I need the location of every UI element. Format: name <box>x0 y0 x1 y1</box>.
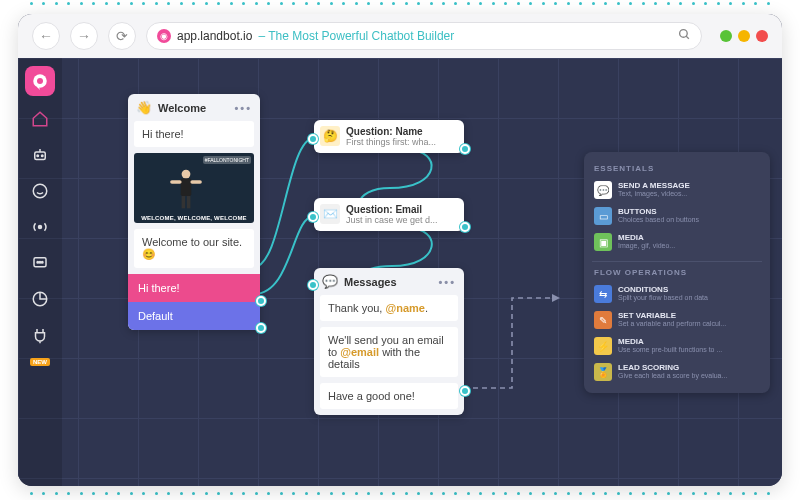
sidebar-whatsapp-icon[interactable] <box>27 178 53 204</box>
svg-marker-17 <box>552 294 560 302</box>
bolt-icon: ⚡ <box>594 337 612 355</box>
image-icon: ▣ <box>594 233 612 251</box>
svg-point-9 <box>39 226 42 229</box>
url-tagline: – The Most Powerful Chatbot Builder <box>258 29 454 43</box>
svg-rect-22 <box>182 196 186 208</box>
message-row[interactable]: We'll send you an email to @email with t… <box>320 327 458 377</box>
traffic-yellow[interactable] <box>738 30 750 42</box>
browser-titlebar: ← → ⟳ ◉ app.landbot.io – The Most Powerf… <box>18 14 782 58</box>
output-port[interactable] <box>256 323 266 333</box>
message-row[interactable]: Have a good one! <box>320 383 458 409</box>
sidebar-new-badge: NEW <box>30 358 50 366</box>
nav-back-button[interactable]: ← <box>32 22 60 50</box>
input-port[interactable] <box>308 280 318 290</box>
node-title: Messages <box>344 276 397 288</box>
svg-point-18 <box>182 170 191 179</box>
panel-section-title: ESSENTIALS <box>594 164 762 173</box>
panel-item-media-fn[interactable]: ⚡ MEDIAUse some pre-built functions to .… <box>592 333 762 359</box>
svg-line-1 <box>686 36 689 39</box>
node-welcome[interactable]: 👋 Welcome ••• Hi there! #FALLONTONIGHT W… <box>128 94 260 330</box>
output-port[interactable] <box>460 386 470 396</box>
message-row[interactable]: Hi there! <box>134 121 254 147</box>
nav-forward-button[interactable]: → <box>70 22 98 50</box>
speech-bubble-icon: 💬 <box>594 181 612 199</box>
node-menu-button[interactable]: ••• <box>438 276 456 288</box>
app-sidebar: NEW <box>18 58 62 486</box>
node-question-email[interactable]: ✉️ Question: Email Just in case we get d… <box>314 198 464 231</box>
node-title: Question: Name <box>346 126 436 137</box>
gif-source-tag: #FALLONTONIGHT <box>203 156 251 164</box>
speech-bubble-icon: 💬 <box>322 274 338 289</box>
site-favicon: ◉ <box>157 29 171 43</box>
node-title: Welcome <box>158 102 206 114</box>
blocks-panel: ESSENTIALS 💬 SEND A MESSAGEText, images,… <box>584 152 770 393</box>
svg-point-13 <box>42 262 44 264</box>
sidebar-broadcast-icon[interactable] <box>27 214 53 240</box>
svg-point-8 <box>33 184 47 198</box>
svg-rect-21 <box>190 180 201 184</box>
output-port[interactable] <box>460 144 470 154</box>
input-port[interactable] <box>308 212 318 222</box>
variable-mention: @name <box>385 302 424 314</box>
sidebar-bot-icon[interactable] <box>27 142 53 168</box>
variable-icon: ✎ <box>594 311 612 329</box>
gif-preview[interactable]: #FALLONTONIGHT WELCOME, WELCOME, WELCOME <box>134 153 254 223</box>
nav-reload-button[interactable]: ⟳ <box>108 22 136 50</box>
traffic-red[interactable] <box>756 30 768 42</box>
panel-item-buttons[interactable]: ▭ BUTTONSChoices based on buttons <box>592 203 762 229</box>
svg-point-12 <box>39 262 41 264</box>
envelope-icon: ✉️ <box>320 204 340 224</box>
sidebar-chat-icon[interactable] <box>27 250 53 276</box>
node-subtitle: First things first: wha... <box>346 137 436 147</box>
sidebar-integrations-icon[interactable] <box>27 322 53 348</box>
node-subtitle: Just in case we get d... <box>346 215 438 225</box>
panel-item-send-message[interactable]: 💬 SEND A MESSAGEText, images, videos... <box>592 177 762 203</box>
gif-caption: WELCOME, WELCOME, WELCOME <box>134 215 254 221</box>
input-port[interactable] <box>308 134 318 144</box>
panel-divider <box>592 261 762 262</box>
sidebar-home-icon[interactable] <box>27 106 53 132</box>
app-window: ← → ⟳ ◉ app.landbot.io – The Most Powerf… <box>18 14 782 486</box>
output-port[interactable] <box>256 296 266 306</box>
svg-point-6 <box>42 155 44 157</box>
variable-mention: @email <box>340 346 379 358</box>
svg-point-0 <box>680 30 688 38</box>
button-icon: ▭ <box>594 207 612 225</box>
node-question-name[interactable]: 🤔 Question: Name First things first: wha… <box>314 120 464 153</box>
url-host: app.landbot.io <box>177 29 252 43</box>
search-icon[interactable] <box>678 28 691 44</box>
thinking-face-icon: 🤔 <box>320 126 340 146</box>
flow-canvas[interactable]: 👋 Welcome ••• Hi there! #FALLONTONIGHT W… <box>62 58 782 486</box>
option-button[interactable]: Default <box>128 302 260 330</box>
svg-point-5 <box>37 155 39 157</box>
svg-rect-23 <box>187 196 191 208</box>
url-bar[interactable]: ◉ app.landbot.io – The Most Powerful Cha… <box>146 22 702 50</box>
conditions-icon: ⇆ <box>594 285 612 303</box>
medal-icon: 🏅 <box>594 363 612 381</box>
traffic-green[interactable] <box>720 30 732 42</box>
svg-rect-19 <box>181 178 192 196</box>
node-messages[interactable]: 💬 Messages ••• Thank you, @name. We'll s… <box>314 268 464 415</box>
message-row[interactable]: Welcome to our site. 😊 <box>134 229 254 268</box>
message-row[interactable]: Thank you, @name. <box>320 295 458 321</box>
app-logo[interactable] <box>25 66 55 96</box>
node-title: Question: Email <box>346 204 438 215</box>
output-port[interactable] <box>460 222 470 232</box>
sidebar-analytics-icon[interactable] <box>27 286 53 312</box>
panel-item-media[interactable]: ▣ MEDIAImage, gif, video... <box>592 229 762 255</box>
svg-point-11 <box>37 262 39 264</box>
window-traffic-lights <box>720 30 768 42</box>
panel-section-title: FLOW OPERATIONS <box>594 268 762 277</box>
svg-point-3 <box>37 78 43 84</box>
panel-item-conditions[interactable]: ⇆ CONDITIONSSplit your flow based on dat… <box>592 281 762 307</box>
wave-icon: 👋 <box>136 100 152 115</box>
panel-item-lead-scoring[interactable]: 🏅 LEAD SCORINGGive each lead a score by … <box>592 359 762 385</box>
svg-rect-20 <box>170 180 181 184</box>
panel-item-set-variable[interactable]: ✎ SET VARIABLESet a variable and perform… <box>592 307 762 333</box>
node-menu-button[interactable]: ••• <box>234 102 252 114</box>
option-button[interactable]: Hi there! <box>128 274 260 302</box>
